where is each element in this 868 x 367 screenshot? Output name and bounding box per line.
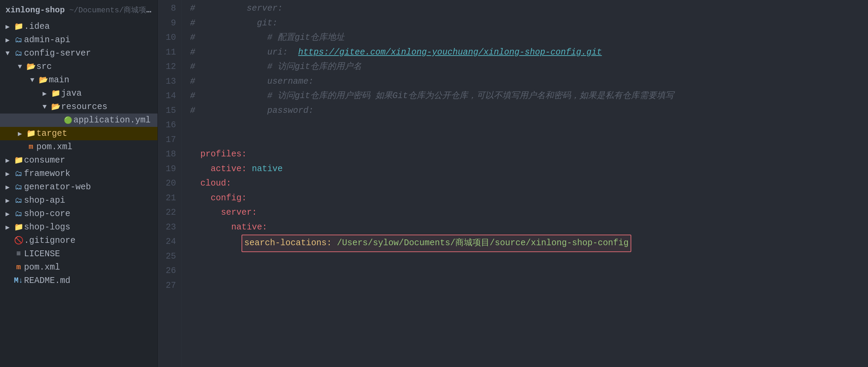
item-label: shop-api xyxy=(24,196,65,205)
code-line-11: # uri: https://gitee.com/xinlong-youchua… xyxy=(190,45,868,60)
sidebar-item-shop-api[interactable]: ▶ 🗂 shop-api xyxy=(0,194,157,207)
folder-icon: 📁 xyxy=(13,223,24,232)
sidebar-item-framework[interactable]: ▶ 🗂 framework xyxy=(0,167,157,180)
folder-icon: 📂 xyxy=(50,102,61,111)
code-line-19: active: native xyxy=(190,162,868,177)
item-label: target xyxy=(36,129,67,139)
arrow-icon: ▶ xyxy=(5,36,13,44)
sidebar-item-gitignore[interactable]: 🚫 .gitignore xyxy=(0,234,157,247)
item-label: pom.xml xyxy=(36,142,72,152)
xml-file-icon: m xyxy=(25,143,36,151)
xml-file-icon: m xyxy=(13,263,24,272)
project-path: ~/Documents/商城项目/source/xinlong-... xyxy=(65,5,157,15)
arrow-icon: ▶ xyxy=(43,89,50,98)
folder-icon: 📁 xyxy=(50,89,61,98)
arrow-icon: ▶ xyxy=(5,210,13,218)
code-area[interactable]: # server: # git: # # 配置git仓库地址 # uri: ht… xyxy=(182,0,868,367)
item-label: consumer xyxy=(24,155,65,165)
sidebar-item-pom-config[interactable]: m pom.xml xyxy=(0,140,157,154)
code-line-18: profiles: xyxy=(190,147,868,162)
arrow-icon: ▼ xyxy=(43,103,50,111)
folder-icon: 📂 xyxy=(25,62,36,71)
arrow-icon: ▶ xyxy=(18,129,25,138)
item-label: README.md xyxy=(24,276,70,286)
code-line-16 xyxy=(190,118,868,133)
license-icon: ≡ xyxy=(13,250,24,258)
sidebar-item-resources[interactable]: ▼ 📂 resources xyxy=(0,100,157,114)
folder-icon: 📁 xyxy=(13,156,24,165)
yml-file-icon: 🟢 xyxy=(62,116,73,125)
sidebar: xinlong-shop ~/Documents/商城项目/source/xin… xyxy=(0,0,158,367)
code-line-24: search-locations: /Users/sylow/Documents… xyxy=(190,235,868,252)
code-line-13: # username: xyxy=(190,74,868,89)
item-label: LICENSE xyxy=(24,249,60,259)
item-label: src xyxy=(36,62,52,72)
item-label: .idea xyxy=(24,22,50,32)
item-label: application.yml xyxy=(73,115,151,125)
item-label: .gitignore xyxy=(24,236,75,246)
sidebar-item-src[interactable]: ▼ 📂 src xyxy=(0,60,157,73)
project-name: xinlong-shop xyxy=(5,5,65,15)
arrow-icon: ▼ xyxy=(30,76,38,84)
sidebar-item-config-server[interactable]: ▼ 🗂 config-server xyxy=(0,47,157,60)
arrow-icon: ▶ xyxy=(5,223,13,232)
highlight-search-locations: search-locations: /Users/sylow/Documents… xyxy=(242,235,631,252)
arrow-icon: ▶ xyxy=(5,183,13,191)
code-line-15: # password: xyxy=(190,104,868,118)
sidebar-item-readme[interactable]: M↓ README.md xyxy=(0,274,157,287)
code-line-26 xyxy=(190,267,868,281)
module-icon: 🗂 xyxy=(13,209,24,218)
sidebar-item-admin-api[interactable]: ▶ 🗂 admin-api xyxy=(0,33,157,47)
code-line-14: # # 访问git仓库的用户密码 如果Git仓库为公开仓库，可以不填写用户名和密… xyxy=(190,89,868,104)
module-icon: 🗂 xyxy=(13,182,24,192)
sidebar-item-pom-root[interactable]: m pom.xml xyxy=(0,261,157,274)
editor-content: 8 9 10 11 12 13 14 15 16 17 18 19 20 21 … xyxy=(158,0,868,367)
item-label: resources xyxy=(61,102,107,112)
folder-icon: 📁 xyxy=(25,129,36,138)
sidebar-item-generator-web[interactable]: ▶ 🗂 generator-web xyxy=(0,180,157,194)
arrow-icon: ▼ xyxy=(5,49,13,57)
code-line-17 xyxy=(190,133,868,147)
folder-icon: 📂 xyxy=(38,75,49,85)
item-label: admin-api xyxy=(24,35,70,45)
sidebar-item-application-yml[interactable]: 🟢 application.yml xyxy=(0,114,157,127)
item-label: main xyxy=(49,75,69,85)
code-line-25 xyxy=(190,252,868,267)
editor-panel: 8 9 10 11 12 13 14 15 16 17 18 19 20 21 … xyxy=(158,0,868,367)
item-label: java xyxy=(61,88,82,98)
module-icon: 🗂 xyxy=(13,49,24,58)
readme-icon: M↓ xyxy=(13,276,24,285)
code-line-22: server: xyxy=(190,205,868,220)
item-label: shop-core xyxy=(24,209,70,219)
item-label: generator-web xyxy=(24,182,91,192)
module-icon: 🗂 xyxy=(13,35,24,45)
code-line-20: cloud: xyxy=(190,176,868,191)
arrow-icon: ▼ xyxy=(18,63,25,71)
gitignore-icon: 🚫 xyxy=(13,236,24,245)
sidebar-item-java[interactable]: ▶ 📁 java xyxy=(0,87,157,100)
sidebar-item-shop-logs[interactable]: ▶ 📁 shop-logs xyxy=(0,221,157,234)
arrow-icon: ▶ xyxy=(5,22,13,31)
sidebar-item-target[interactable]: ▶ 📁 target xyxy=(0,127,157,140)
code-line-12: # # 访问git仓库的用户名 xyxy=(190,60,868,74)
code-line-27 xyxy=(190,281,868,296)
sidebar-item-main[interactable]: ▼ 📂 main xyxy=(0,73,157,87)
module-icon: 🗂 xyxy=(13,196,24,205)
sidebar-item-idea[interactable]: ▶ 📁 .idea xyxy=(0,20,157,33)
arrow-icon: ▶ xyxy=(5,196,13,205)
sidebar-item-consumer[interactable]: ▶ 📁 consumer xyxy=(0,154,157,167)
code-line-21: config: xyxy=(190,191,868,206)
sidebar-item-shop-core[interactable]: ▶ 🗂 shop-core xyxy=(0,207,157,221)
project-header: xinlong-shop ~/Documents/商城项目/source/xin… xyxy=(0,0,157,20)
item-label: config-server xyxy=(24,48,91,58)
sidebar-item-license[interactable]: ≡ LICENSE xyxy=(0,247,157,261)
item-label: pom.xml xyxy=(24,262,60,272)
item-label: shop-logs xyxy=(24,222,70,232)
code-line-23: native: xyxy=(190,220,868,235)
arrow-icon: ▶ xyxy=(5,169,13,178)
code-line-9: # git: xyxy=(190,16,868,31)
item-label: framework xyxy=(24,169,70,179)
arrow-icon: ▶ xyxy=(5,156,13,165)
folder-icon: 📁 xyxy=(13,22,24,31)
line-numbers: 8 9 10 11 12 13 14 15 16 17 18 19 20 21 … xyxy=(158,0,182,367)
